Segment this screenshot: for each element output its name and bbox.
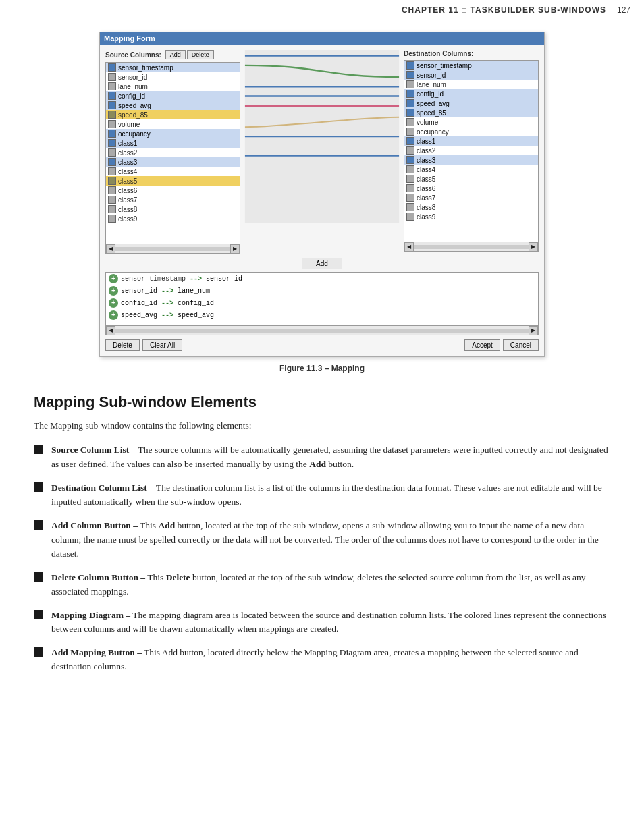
scroll-track[interactable] [414,245,529,249]
mapping-text: sensor_timestamp --> sensor_id [121,275,242,283]
mapping-item[interactable]: speed_avg --> speed_avg [106,309,538,321]
list-item[interactable]: class1 [404,136,538,146]
scroll-left-arrow[interactable]: ◀ [106,244,115,254]
scroll-right-arrow[interactable]: ▶ [529,326,538,335]
list-item[interactable]: speed_avg [404,99,538,108]
mapping-list[interactable]: sensor_timestamp --> sensor_id sensor_id… [105,272,539,326]
page-number: 127 [617,5,630,15]
list-item[interactable]: speed_85 [106,110,240,119]
list-item[interactable]: config_id [106,91,240,101]
chapter-title: CHAPTER 11 □ TASKBUILDER SUB-WINDOWS [402,5,606,15]
list-item[interactable]: volume [404,117,538,127]
mapping-add-icon [109,286,118,296]
mapping-add-icon [109,274,118,283]
list-item[interactable]: class2 [404,146,538,155]
list-item[interactable]: class6 [404,184,538,193]
col-icon [406,90,414,98]
list-item[interactable]: class5 [404,174,538,184]
mapping-item[interactable]: config_id --> config_id [106,297,538,309]
source-label: Source Columns: [105,51,161,59]
dest-label: Destination Columns: [404,50,473,57]
col-icon [108,205,116,213]
list-item[interactable]: volume [106,119,240,129]
list-item[interactable]: sensor_timestamp [404,61,538,70]
mapping-form-body: Source Columns: Add Delete sensor_timest… [100,45,544,356]
col-icon [406,61,414,70]
scroll-left-arrow[interactable]: ◀ [106,326,115,335]
list-item[interactable]: class3 [106,157,240,167]
dest-header: Destination Columns: [404,50,539,57]
col-icon [108,167,116,175]
list-item[interactable]: class5 [106,176,240,186]
list-item[interactable]: class1 [106,138,240,148]
dest-column-list[interactable]: sensor_timestamp sensor_id lane_num [404,60,539,242]
col-icon [108,177,116,185]
bullet-item: Mapping Diagram – The mapping diagram ar… [34,609,610,637]
bottom-left-buttons: Delete Clear All [105,339,182,351]
list-item[interactable]: speed_avg [106,101,240,110]
mapping-item[interactable]: sensor_timestamp --> sensor_id [106,273,538,285]
bullet-item: Add Column Button – This Add button, loc… [34,519,610,561]
delete-button[interactable]: Delete [105,339,140,351]
list-item[interactable]: config_id [404,89,538,99]
add-mapping-button[interactable]: Add [302,258,342,269]
col-icon [108,139,116,147]
list-item[interactable]: class7 [404,193,538,202]
list-item[interactable]: class9 [404,212,538,221]
col-icon [108,186,116,194]
source-column-list[interactable]: sensor_timestamp sensor_id lane_num [105,62,240,244]
col-icon [108,73,116,81]
bullet-square [34,610,43,619]
col-icon [108,158,116,166]
list-item[interactable]: occupancy [404,127,538,136]
list-item[interactable]: class9 [106,214,240,223]
list-item[interactable]: sensor_timestamp [106,63,240,72]
mapping-horizontal-scrollbar[interactable]: ◀ ▶ [105,326,539,335]
bullet-text: Add Column Button – This Add button, loc… [51,519,610,561]
col-icon [406,184,414,192]
list-item[interactable]: class8 [106,204,240,214]
list-item[interactable]: class7 [106,195,240,204]
list-item[interactable]: class4 [106,167,240,176]
mapping-diagram-panel [240,50,404,254]
main-content: Mapping Sub-window Elements The Mapping … [0,380,644,704]
mapping-diagram-svg [240,50,404,232]
delete-column-button[interactable]: Delete [187,50,214,59]
columns-area: Source Columns: Add Delete sensor_timest… [105,50,539,254]
dest-list-wrapper: sensor_timestamp sensor_id lane_num [404,60,539,252]
list-item[interactable]: class3 [404,155,538,165]
add-column-button[interactable]: Add [165,50,186,59]
list-item[interactable]: lane_num [404,80,538,89]
scroll-right-arrow[interactable]: ▶ [230,244,240,254]
clear-all-button[interactable]: Clear All [142,339,182,351]
accept-button[interactable]: Accept [464,339,500,351]
list-item[interactable]: occupancy [106,129,240,138]
scroll-left-arrow[interactable]: ◀ [404,242,414,252]
bullet-text: Delete Column Button – This Delete butto… [51,571,610,599]
list-item[interactable]: sensor_id [404,70,538,80]
col-icon [108,148,116,157]
cancel-button[interactable]: Cancel [503,339,539,351]
scroll-track[interactable] [115,329,529,333]
list-item[interactable]: class4 [404,165,538,174]
mapping-item[interactable]: sensor_id --> lane_num [106,285,538,297]
list-item[interactable]: class6 [106,186,240,195]
list-item[interactable]: lane_num [106,82,240,91]
list-item[interactable]: sensor_id [106,72,240,82]
col-icon [406,118,414,126]
col-icon [406,165,414,173]
bottom-button-row: Delete Clear All Accept Cancel [105,339,539,351]
bullet-item: Destination Column List – The destinatio… [34,481,610,509]
col-icon [406,156,414,164]
mapping-form-window: Mapping Form Source Columns: Add Delete [99,32,545,357]
source-header: Source Columns: Add Delete [105,50,240,59]
mapping-text: speed_avg --> speed_avg [121,312,214,319]
scroll-track[interactable] [115,247,230,251]
list-item[interactable]: speed_85 [404,108,538,117]
source-horizontal-scrollbar[interactable]: ◀ ▶ [105,244,240,254]
dest-horizontal-scrollbar[interactable]: ◀ ▶ [404,242,539,252]
list-item[interactable]: class8 [404,202,538,212]
col-icon [406,146,414,155]
list-item[interactable]: class2 [106,148,240,157]
scroll-right-arrow[interactable]: ▶ [529,242,538,252]
